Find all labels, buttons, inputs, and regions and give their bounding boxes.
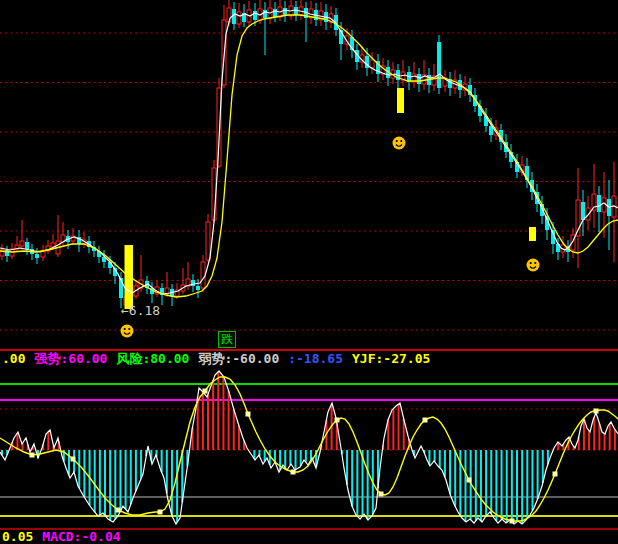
indicator-value: 0.05: [2, 530, 33, 543]
low-price-label: ←6.18: [121, 304, 160, 317]
stock-chart-window: ←6.18 跌 .00强势:60.00风险:80.00弱势:-60.00:-18…: [0, 0, 618, 544]
chart-canvas: [0, 0, 618, 544]
indicator-value: MACD:-0.04: [42, 530, 120, 543]
indicator-value: 强势:60.00: [34, 352, 107, 365]
indicator-header: .00强势:60.00风险:80.00弱势:-60.00:-18.65YJF:-…: [2, 352, 430, 365]
smiley-icon: [393, 137, 406, 150]
oscillator-lines: [0, 371, 618, 524]
smiley-icons: [121, 137, 540, 338]
indicator-value: 弱势:-60.00: [198, 352, 279, 365]
candles: [0, 0, 616, 309]
indicator-value: .00: [2, 352, 25, 365]
indicator-value: :-18.65: [288, 352, 343, 365]
indicator-value: 风险:80.00: [116, 352, 189, 365]
signal-marker-bars: [125, 88, 537, 309]
macd-histogram: [1, 372, 616, 524]
smiley-icon: [121, 325, 134, 338]
macd-footer: 0.05MACD:-0.04: [2, 530, 121, 543]
smiley-icon: [527, 259, 540, 272]
fall-tag-label: 跌: [218, 331, 236, 348]
oscillator-levels: [0, 384, 618, 529]
price-ma-lines: [0, 10, 618, 297]
price-gridlines: [0, 33, 618, 330]
indicator-value: YJF:-27.05: [352, 352, 430, 365]
